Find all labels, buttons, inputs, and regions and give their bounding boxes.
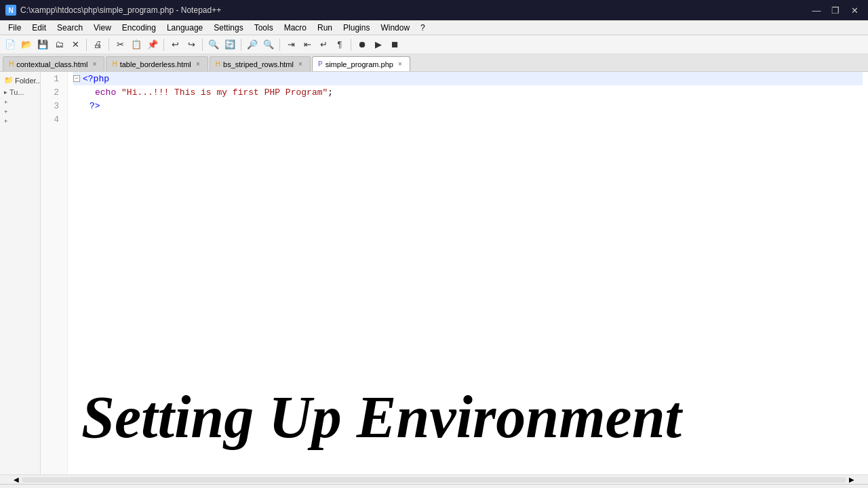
restore-button[interactable]: ❐ xyxy=(827,4,844,16)
toolbar-sep-4 xyxy=(202,39,203,51)
run-macro-button[interactable]: ▶ xyxy=(371,37,386,52)
menu-settings[interactable]: Settings xyxy=(208,20,248,35)
expand-icon: ▸ xyxy=(4,89,7,96)
macro-button[interactable]: ⏺ xyxy=(355,37,370,52)
tab-bs-striped-rows[interactable]: H bs_striped_rows.html × xyxy=(210,56,311,71)
editor-container[interactable]: 1 2 3 4 −<?php echo "Hi...!!! This is my… xyxy=(41,72,868,474)
main-area: 📁 Folder... × ▸ Tu... + + + 1 2 3 4 − xyxy=(0,72,868,474)
menu-run[interactable]: Run xyxy=(312,20,338,35)
new-button[interactable]: 📄 xyxy=(3,37,18,52)
title-bar-left: N C:\xampp\htdocs\php\simple_program.php… xyxy=(5,5,221,16)
menu-window[interactable]: Window xyxy=(375,20,415,35)
tab-close-contextual[interactable]: × xyxy=(90,60,98,68)
code-line-1: −<?php xyxy=(73,72,863,85)
zoom-in-button[interactable]: 🔎 xyxy=(245,37,260,52)
menu-tools[interactable]: Tools xyxy=(249,20,279,35)
line-num-3: 3 xyxy=(41,99,63,113)
stop-macro-button[interactable]: ⏹ xyxy=(387,37,402,52)
tab-label: bs_striped_rows.html xyxy=(223,60,294,68)
close-button[interactable]: ✕ xyxy=(846,4,863,16)
redo-button[interactable]: ↪ xyxy=(184,37,199,52)
line-num-4: 4 xyxy=(41,113,63,126)
find-button[interactable]: 🔍 xyxy=(206,37,221,52)
collapse-btn[interactable]: − xyxy=(73,75,80,82)
line-numbers: 1 2 3 4 xyxy=(41,72,68,474)
toolbar-sep-1 xyxy=(86,39,87,51)
tab-close-bs-striped[interactable]: × xyxy=(296,60,304,68)
line-num-1: 1 xyxy=(41,72,63,85)
tab-icon: H xyxy=(9,60,14,68)
sidebar-tree-item[interactable]: ▸ Tu... xyxy=(1,87,39,97)
minimize-button[interactable]: — xyxy=(808,4,825,16)
code-line-4 xyxy=(73,113,863,126)
tab-label: contextual_class.html xyxy=(16,60,87,68)
sidebar-tree-item-3[interactable]: + xyxy=(1,108,39,116)
menu-search[interactable]: Search xyxy=(52,20,88,35)
window-title: C:\xampp\htdocs\php\simple_program.php -… xyxy=(20,5,221,15)
allchars-button[interactable]: ¶ xyxy=(332,37,347,52)
tab-close-table-borderless[interactable]: × xyxy=(194,60,202,68)
expand-icon-3: + xyxy=(4,108,7,115)
toolbar-sep-6 xyxy=(279,39,280,51)
toolbar-sep-5 xyxy=(241,39,241,51)
sidebar: 📁 Folder... × ▸ Tu... + + + xyxy=(0,72,41,474)
sidebar-tree-item-2[interactable]: + xyxy=(1,98,39,106)
tab-label: table_borderless.html xyxy=(120,60,191,68)
scrollbar-track[interactable] xyxy=(22,477,846,483)
title-bar: N C:\xampp\htdocs\php\simple_program.php… xyxy=(0,0,868,20)
replace-button[interactable]: 🔄 xyxy=(222,37,237,52)
menu-macro[interactable]: Macro xyxy=(279,20,312,35)
menu-bar: File Edit Search View Encoding Language … xyxy=(0,20,868,35)
toolbar: 📄 📂 💾 🗂 ✕ 🖨 ✂ 📋 📌 ↩ ↪ 🔍 🔄 🔎 🔍 ⇥ ⇤ ↵ ¶ ⏺ … xyxy=(0,35,868,54)
cut-button[interactable]: ✂ xyxy=(113,37,127,52)
code-line-3: ?> xyxy=(73,99,863,113)
tab-simple-program[interactable]: P simple_program.php × xyxy=(312,56,410,71)
folder-panel-header[interactable]: 📁 Folder... × xyxy=(1,75,39,86)
menu-help[interactable]: ? xyxy=(415,20,431,35)
open-button[interactable]: 📂 xyxy=(19,37,34,52)
sidebar-tree-item-4[interactable]: + xyxy=(1,117,39,125)
app-icon: N xyxy=(5,5,16,16)
folder-label: Folder... xyxy=(15,77,42,85)
expand-icon-4: + xyxy=(4,118,7,125)
menu-edit[interactable]: Edit xyxy=(26,20,52,35)
undo-button[interactable]: ↩ xyxy=(167,37,182,52)
toolbar-sep-7 xyxy=(351,39,351,51)
editor-content[interactable]: −<?php echo "Hi...!!! This is my first P… xyxy=(68,72,868,474)
tab-icon: H xyxy=(216,60,220,68)
zoom-out-button[interactable]: 🔍 xyxy=(261,37,276,52)
tab-contextual-class[interactable]: H contextual_class.html × xyxy=(3,56,104,71)
code-line-2: echo "Hi...!!! This is my first PHP Prog… xyxy=(73,85,863,99)
menu-file[interactable]: File xyxy=(3,20,26,35)
expand-icon-2: + xyxy=(4,99,7,106)
line-num-2: 2 xyxy=(41,85,63,99)
wordwrap-button[interactable]: ↵ xyxy=(316,37,331,52)
tab-icon: P xyxy=(318,60,323,68)
status-bar: Ln : 1 Col : 1 Sel : 0 | 0 Windows (CR L… xyxy=(0,484,868,488)
toolbar-sep-3 xyxy=(163,39,164,51)
scroll-left-btn[interactable]: ◀ xyxy=(14,476,19,483)
tab-table-borderless[interactable]: H table_borderless.html × xyxy=(106,56,208,71)
outdent-button[interactable]: ⇤ xyxy=(300,37,315,52)
tab-close-simple-program[interactable]: × xyxy=(396,60,404,68)
menu-view[interactable]: View xyxy=(88,20,117,35)
print-button[interactable]: 🖨 xyxy=(90,37,105,52)
folder-tree-label: Tu... xyxy=(9,88,24,96)
folder-icon: 📁 xyxy=(4,76,14,85)
tab-bar: H contextual_class.html × H table_border… xyxy=(0,54,868,72)
scrollbar-bottom[interactable]: ◀ ▶ xyxy=(0,474,868,484)
tab-label: simple_program.php xyxy=(326,60,393,68)
menu-language[interactable]: Language xyxy=(161,20,208,35)
toolbar-sep-2 xyxy=(108,39,109,51)
close-button[interactable]: ✕ xyxy=(68,37,83,52)
paste-button[interactable]: 📌 xyxy=(145,37,160,52)
tab-icon: H xyxy=(112,60,117,68)
window-controls: — ❐ ✕ xyxy=(808,4,863,16)
menu-encoding[interactable]: Encoding xyxy=(117,20,161,35)
menu-plugins[interactable]: Plugins xyxy=(338,20,375,35)
scroll-right-btn[interactable]: ▶ xyxy=(849,476,854,483)
indent-button[interactable]: ⇥ xyxy=(283,37,298,52)
save-all-button[interactable]: 🗂 xyxy=(52,37,66,52)
copy-button[interactable]: 📋 xyxy=(129,37,144,52)
save-button[interactable]: 💾 xyxy=(35,37,50,52)
